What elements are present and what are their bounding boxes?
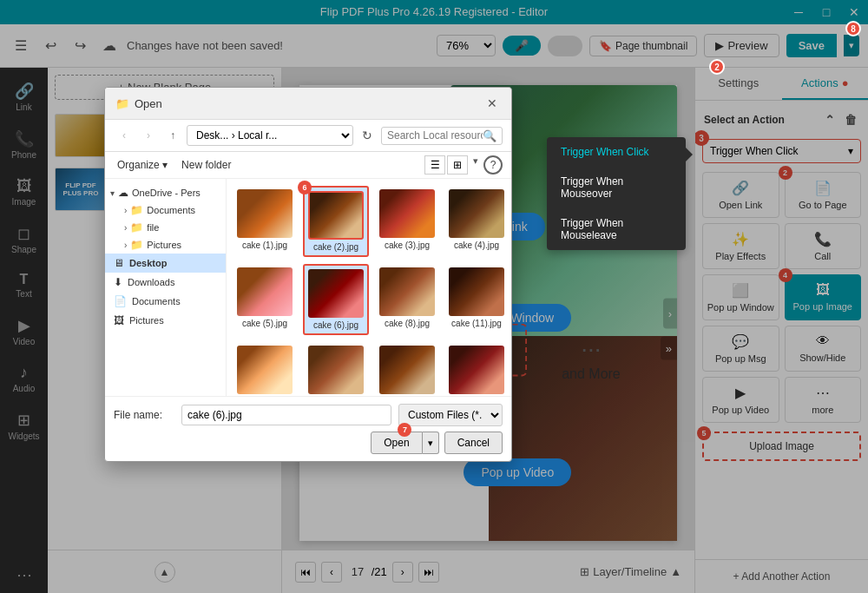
folder-icon-pics: 📁 bbox=[130, 239, 143, 251]
dialog-title-label: 📁 Open bbox=[115, 97, 162, 110]
search-icon: 🔍 bbox=[483, 129, 496, 142]
cloud-icon: ☁ bbox=[118, 187, 128, 199]
file-label-cake4: cake (4).jpg bbox=[454, 240, 499, 250]
sidebar-desktop[interactable]: 🖥 Desktop bbox=[105, 254, 226, 273]
search-input[interactable] bbox=[387, 129, 483, 142]
breadcrumb-select[interactable]: Desk... › Local r... bbox=[187, 125, 353, 146]
open-btn-badge: 7 bbox=[398, 423, 411, 437]
dialog-button-row: 7 Open ▾ Cancel bbox=[114, 432, 503, 454]
sidebar-file[interactable]: › 📁 file bbox=[119, 219, 226, 236]
file-thumb-cake14 bbox=[379, 346, 435, 394]
view-more-button[interactable]: ▾ bbox=[470, 155, 482, 175]
actions-tab-badge-wrapper: 2 bbox=[709, 59, 725, 75]
chevron-right-icon-docs: › bbox=[124, 206, 127, 215]
dialog-body: ▾ ☁ OneDrive - Pers › 📁 Documents › 📁 fi… bbox=[105, 179, 511, 396]
forward-button[interactable]: › bbox=[138, 125, 159, 146]
file-label-cake5: cake (5).jpg bbox=[242, 319, 287, 328]
file-item-cake14[interactable]: cake (14).jpg bbox=[376, 342, 438, 396]
file-label-cake1: cake (1).jpg bbox=[242, 240, 287, 250]
file-item-cake4[interactable]: cake (4).jpg bbox=[445, 186, 508, 257]
downloads-icon: ⬇ bbox=[114, 276, 122, 288]
desktop-icon: 🖥 bbox=[114, 257, 124, 269]
trigger-option-click[interactable]: Trigger When Click bbox=[547, 137, 686, 167]
file-name-input[interactable] bbox=[181, 405, 391, 425]
sidebar-pictures2[interactable]: 🖼 Pictures bbox=[105, 311, 226, 330]
file-thumb-cake13 bbox=[308, 346, 364, 394]
file-item-cake1[interactable]: cake (1).jpg bbox=[233, 186, 296, 257]
refresh-button[interactable]: ↻ bbox=[357, 125, 378, 146]
trigger-option-mouseleave[interactable]: Trigger When Mouseleave bbox=[547, 208, 686, 250]
file-label-cake2: cake (2).jpg bbox=[313, 242, 358, 252]
file-thumb-cake11 bbox=[449, 267, 504, 316]
file-item-cake13[interactable]: cake (13).jpg bbox=[303, 342, 369, 396]
folder-icon-documents2: 📄 bbox=[114, 295, 127, 307]
file-name-row: File name: Custom Files (*.png;*.jpg;*.g… bbox=[114, 404, 503, 426]
dropdown-arrow-pointer bbox=[686, 148, 693, 161]
file-item-cake8[interactable]: cake (8).jpg bbox=[376, 264, 438, 335]
view-buttons: ☰ ⊞ ▾ ? bbox=[424, 155, 503, 175]
file-thumb-cake12 bbox=[237, 346, 293, 394]
sidebar-documents[interactable]: › 📁 Documents bbox=[119, 201, 226, 219]
file-item-cake5[interactable]: cake (5).jpg bbox=[233, 264, 296, 335]
up-button[interactable]: ↑ bbox=[162, 125, 183, 146]
file-thumb-cake5 bbox=[237, 267, 293, 316]
help-button[interactable]: ? bbox=[483, 155, 503, 175]
save-button-badge: 8 bbox=[845, 21, 861, 36]
sidebar-onedrive[interactable]: ▾ ☁ OneDrive - Pers bbox=[105, 184, 226, 201]
folder-icon-file: 📁 bbox=[130, 221, 143, 234]
folder-icon: 📁 bbox=[115, 97, 129, 110]
file-item-cake12[interactable]: cake (12).jpg bbox=[233, 342, 296, 396]
organize-button[interactable]: Organize ▾ bbox=[114, 157, 171, 173]
dialog-toolbar2: Organize ▾ New folder ☰ ⊞ ▾ ? bbox=[105, 152, 511, 179]
dialog-titlebar: 📁 Open ✕ bbox=[105, 88, 511, 120]
dialog-files-grid: cake (1).jpg 6 cake (2).jpg cake (3).jpg… bbox=[227, 179, 511, 396]
file-item-cake11[interactable]: cake (11).jpg bbox=[445, 264, 508, 335]
open-btn-container: 7 Open ▾ bbox=[371, 432, 438, 454]
file-name-label: File name: bbox=[114, 409, 174, 421]
open-file-dialog: 📁 Open ✕ ‹ › ↑ Desk... › Local r... ↻ 🔍 … bbox=[104, 87, 512, 462]
sidebar-pictures[interactable]: › 📁 Pictures bbox=[119, 236, 226, 254]
onedrive-label: OneDrive - Pers bbox=[132, 188, 201, 198]
file-item-cake15[interactable]: cake (15).jpg bbox=[445, 342, 508, 396]
search-field: 🔍 bbox=[381, 127, 503, 145]
dialog-overlay: 📁 Open ✕ ‹ › ↑ Desk... › Local r... ↻ 🔍 … bbox=[0, 0, 868, 593]
file-type-select[interactable]: Custom Files (*.png;*.jpg;*.gif;*.g bbox=[398, 404, 503, 426]
actions-tab-badge: 2 bbox=[709, 59, 725, 75]
dialog-nav: ‹ › ↑ Desk... › Local r... ↻ 🔍 bbox=[105, 120, 511, 152]
trigger-dropdown: Trigger When Click Trigger When Mouseove… bbox=[547, 137, 686, 250]
view-list-button[interactable]: ☰ bbox=[424, 155, 445, 175]
dialog-bottom: File name: Custom Files (*.png;*.jpg;*.g… bbox=[105, 396, 511, 461]
file-badge-6: 6 bbox=[298, 181, 312, 194]
onedrive-sub-items: › 📁 Documents › 📁 file › 📁 Pictures bbox=[105, 201, 226, 254]
cancel-button[interactable]: Cancel bbox=[444, 432, 503, 454]
open-dropdown-button[interactable]: ▾ bbox=[423, 432, 439, 454]
file-thumb-cake6 bbox=[308, 269, 364, 318]
file-item-cake2[interactable]: 6 cake (2).jpg bbox=[303, 186, 369, 257]
back-button[interactable]: ‹ bbox=[114, 125, 135, 146]
save-badge-wrapper: 8 bbox=[845, 21, 861, 36]
file-thumb-cake4 bbox=[449, 189, 504, 238]
sidebar-documents2[interactable]: 📄 Documents bbox=[105, 292, 226, 311]
trigger-option-mouseover[interactable]: Trigger When Mouseover bbox=[547, 167, 686, 208]
sidebar-downloads[interactable]: ⬇ Downloads bbox=[105, 273, 226, 292]
open-button[interactable]: Open bbox=[371, 432, 422, 454]
chevron-right-icon-file: › bbox=[124, 223, 127, 233]
dialog-close-button[interactable]: ✕ bbox=[483, 95, 501, 112]
file-thumb-cake2 bbox=[308, 191, 364, 240]
view-grid-button[interactable]: ⊞ bbox=[447, 155, 468, 175]
file-label-cake8: cake (8).jpg bbox=[385, 319, 430, 328]
dialog-toolbar2-left: Organize ▾ New folder bbox=[114, 157, 234, 173]
file-item-cake6[interactable]: cake (6).jpg bbox=[303, 264, 369, 335]
chevron-right-icon-pics: › bbox=[124, 240, 127, 250]
file-label-cake3: cake (3).jpg bbox=[385, 240, 430, 250]
folder-icon-docs: 📁 bbox=[130, 204, 143, 216]
file-item-cake3[interactable]: cake (3).jpg bbox=[376, 186, 438, 257]
file-thumb-cake8 bbox=[379, 267, 435, 316]
file-thumb-cake3 bbox=[379, 189, 435, 238]
new-folder-button[interactable]: New folder bbox=[178, 157, 234, 173]
file-label-cake6: cake (6).jpg bbox=[313, 320, 358, 330]
file-label-cake11: cake (11).jpg bbox=[451, 319, 502, 328]
chevron-down-icon: ▾ bbox=[110, 188, 115, 198]
file-thumb-cake1 bbox=[237, 189, 293, 238]
dialog-sidebar: ▾ ☁ OneDrive - Pers › 📁 Documents › 📁 fi… bbox=[105, 179, 227, 396]
